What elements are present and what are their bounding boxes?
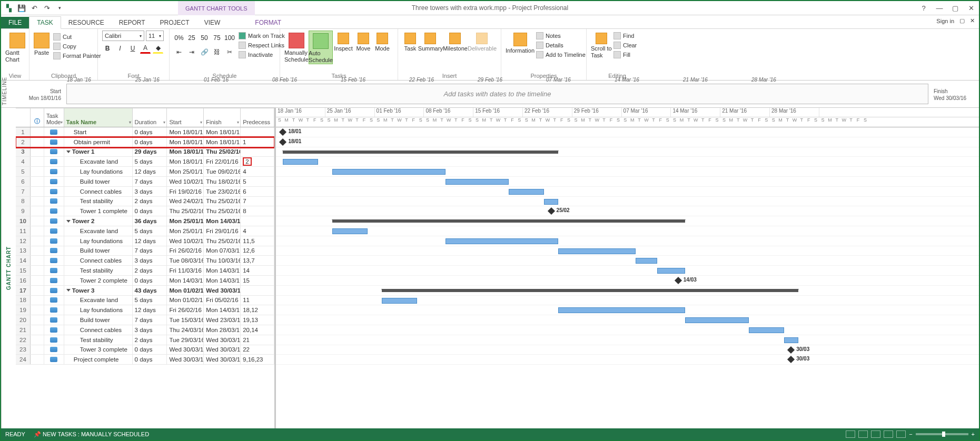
gantt-milestone[interactable] bbox=[787, 356, 795, 363]
gantt-chart-button[interactable]: Gantt Chart bbox=[5, 31, 29, 63]
move-button[interactable]: Move bbox=[354, 31, 373, 64]
col-mode[interactable]: Task Mode▾ bbox=[44, 108, 64, 127]
table-row[interactable]: 3Tower 129 daysMon 18/01/1Thu 25/02/16 bbox=[16, 147, 274, 157]
signin-link[interactable]: Sign in bbox=[936, 18, 954, 24]
minimize-icon[interactable]: — bbox=[934, 3, 945, 13]
gantt-milestone[interactable] bbox=[787, 346, 795, 353]
link-button[interactable]: 🔗 bbox=[199, 47, 210, 57]
gantt-task-bar[interactable] bbox=[509, 189, 544, 195]
close-doc-icon[interactable]: ✕ bbox=[970, 17, 975, 24]
copy-button[interactable]: Copy bbox=[52, 42, 103, 51]
col-start[interactable]: Start▾ bbox=[167, 108, 204, 127]
tab-project[interactable]: PROJECT bbox=[153, 17, 197, 28]
table-row[interactable]: 10Tower 236 daysMon 25/01/1Mon 14/03/1 bbox=[16, 216, 274, 226]
gantt-task-bar[interactable] bbox=[382, 298, 417, 304]
zoom-in-icon[interactable]: + bbox=[972, 431, 975, 437]
timeline-body[interactable]: 18 Jan '1625 Jan '1601 Feb '1608 Feb '16… bbox=[66, 84, 928, 104]
table-row[interactable]: 21Connect cables3 daysThu 24/03/16Mon 28… bbox=[16, 325, 274, 335]
fill-button[interactable]: Fill bbox=[612, 51, 638, 59]
undo-icon[interactable]: ↶ bbox=[29, 3, 39, 13]
mark-on-track-button[interactable]: Mark on Track bbox=[237, 32, 286, 40]
gantt-task-bar[interactable] bbox=[558, 307, 685, 313]
view-sheet-icon[interactable] bbox=[884, 430, 893, 438]
gantt-task-bar[interactable] bbox=[749, 327, 784, 333]
add-timeline-button[interactable]: Add to Timeline bbox=[534, 51, 587, 59]
auto-schedule-button[interactable]: Auto Schedule bbox=[309, 31, 333, 64]
table-row[interactable]: 18Excavate land5 daysMon 01/02/1Fri 05/0… bbox=[16, 296, 274, 306]
task-insert-button[interactable]: Task bbox=[402, 31, 418, 52]
close-icon[interactable]: ✕ bbox=[965, 3, 977, 13]
zoom-out-icon[interactable]: − bbox=[909, 431, 912, 437]
table-row[interactable]: 8Test stability2 daysWed 24/02/1Thu 25/0… bbox=[16, 197, 274, 207]
details-button[interactable]: Details bbox=[534, 41, 587, 49]
notes-button[interactable]: Notes bbox=[534, 32, 587, 40]
col-duration[interactable]: Duration▾ bbox=[133, 108, 167, 127]
gantt-milestone[interactable] bbox=[548, 207, 555, 215]
deliverable-button[interactable]: Deliverable bbox=[468, 31, 497, 52]
col-rownum[interactable] bbox=[16, 108, 31, 127]
col-finish[interactable]: Finish▾ bbox=[204, 108, 241, 127]
table-row[interactable]: 14Connect cables3 daysTue 08/03/16Thu 10… bbox=[16, 256, 274, 266]
mode-button[interactable]: Mode bbox=[373, 31, 392, 64]
inspect-button[interactable]: Inspect bbox=[333, 31, 354, 64]
tab-format[interactable]: FORMAT bbox=[248, 17, 289, 28]
ribbon-options-icon[interactable]: ▢ bbox=[959, 17, 965, 24]
find-button[interactable]: Find bbox=[612, 32, 638, 40]
redo-icon[interactable]: ↷ bbox=[42, 3, 52, 13]
milestone-button[interactable]: Milestone bbox=[443, 31, 468, 52]
gantt-milestone[interactable] bbox=[279, 138, 286, 146]
tab-file[interactable]: FILE bbox=[1, 17, 29, 28]
pct50-button[interactable]: 50 bbox=[199, 33, 210, 43]
font-color-button[interactable]: A bbox=[140, 43, 151, 54]
table-row[interactable]: 5Lay foundations12 daysMon 25/01/1Tue 09… bbox=[16, 167, 274, 177]
gantt-task-bar[interactable] bbox=[657, 268, 686, 274]
gantt-task-bar[interactable] bbox=[446, 179, 509, 185]
clear-button[interactable]: Clear bbox=[612, 41, 638, 49]
respect-links-button[interactable]: Respect Links bbox=[237, 41, 286, 49]
table-row[interactable]: 22Test stability2 daysTue 29/03/16Wed 30… bbox=[16, 335, 274, 345]
table-row[interactable]: 20Build tower7 daysTue 15/03/16Wed 23/03… bbox=[16, 315, 274, 325]
pct0-button[interactable]: 0% bbox=[174, 33, 184, 43]
tab-view[interactable]: VIEW bbox=[197, 17, 228, 28]
view-team-icon[interactable] bbox=[871, 430, 880, 438]
pct25-button[interactable]: 25 bbox=[186, 33, 197, 43]
pct75-button[interactable]: 75 bbox=[212, 33, 222, 43]
gantt-summary-bar[interactable] bbox=[382, 289, 798, 292]
indent-button[interactable]: ⇥ bbox=[186, 47, 197, 57]
gantt-task-bar[interactable] bbox=[332, 169, 445, 175]
manually-schedule-button[interactable]: Manually Schedule bbox=[284, 31, 309, 64]
bold-button[interactable]: B bbox=[102, 43, 113, 54]
table-row[interactable]: 4Excavate land5 daysMon 18/01/1Fri 22/01… bbox=[16, 157, 274, 167]
table-row[interactable]: 17Tower 343 daysMon 01/02/1Wed 30/03/1 bbox=[16, 286, 274, 296]
gantt-summary-bar[interactable] bbox=[332, 219, 685, 223]
col-name[interactable]: Task Name▾ bbox=[64, 108, 133, 127]
gantt-milestone[interactable] bbox=[279, 128, 286, 136]
gantt-summary-bar[interactable] bbox=[283, 151, 558, 154]
unlink-button[interactable]: ⛓ bbox=[212, 47, 222, 57]
zoom-slider[interactable] bbox=[916, 433, 968, 435]
tab-report[interactable]: REPORT bbox=[112, 17, 153, 28]
gantt-task-bar[interactable] bbox=[685, 317, 749, 323]
table-row[interactable]: 19Lay foundations12 daysFri 26/02/16Mon … bbox=[16, 305, 274, 315]
gantt-chart[interactable]: 18 Jan '1625 Jan '1601 Feb '1608 Feb '16… bbox=[276, 108, 979, 428]
table-row[interactable]: 1Start0 daysMon 18/01/1Mon 18/01/1 bbox=[16, 127, 274, 137]
table-row[interactable]: 23Tower 3 complete0 daysWed 30/03/1Wed 3… bbox=[16, 345, 274, 355]
gantt-task-bar[interactable] bbox=[636, 258, 657, 264]
cut-button[interactable]: Cut bbox=[52, 33, 103, 41]
split-button[interactable]: ✂ bbox=[224, 47, 235, 57]
status-newtasks[interactable]: 📌 NEW TASKS : MANUALLY SCHEDULED bbox=[34, 431, 149, 438]
gantt-task-bar[interactable] bbox=[784, 337, 798, 343]
table-row[interactable]: 15Test stability2 daysFri 11/03/16Mon 14… bbox=[16, 266, 274, 276]
table-row[interactable]: 13Build tower7 daysFri 26/02/16Mon 07/03… bbox=[16, 246, 274, 256]
table-row[interactable]: 11Excavate land5 daysMon 25/01/1Fri 29/0… bbox=[16, 226, 274, 236]
help-icon[interactable]: ? bbox=[918, 3, 929, 13]
table-row[interactable]: 16Tower 2 complete0 daysMon 14/03/1Mon 1… bbox=[16, 276, 274, 286]
summary-button[interactable]: Summary bbox=[418, 31, 443, 52]
inactivate-button[interactable]: Inactivate bbox=[237, 51, 286, 59]
view-gantt-icon[interactable] bbox=[846, 430, 855, 438]
gantt-task-bar[interactable] bbox=[283, 159, 318, 165]
gantt-task-bar[interactable] bbox=[544, 199, 558, 205]
table-row[interactable]: 7Connect cables3 daysFri 19/02/16Tue 23/… bbox=[16, 187, 274, 197]
italic-button[interactable]: I bbox=[115, 43, 125, 54]
table-row[interactable]: 2Obtain permit0 daysMon 18/01/1Mon 18/01… bbox=[16, 137, 274, 147]
